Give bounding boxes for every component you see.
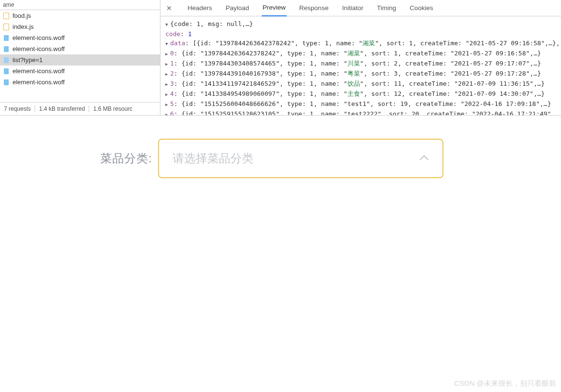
file-row[interactable]: element-icons.woff: [0, 43, 160, 54]
file-name: element-icons.woff: [13, 45, 65, 52]
status-resources: 1.6 MB resourc: [89, 105, 132, 112]
select-placeholder: 请选择菜品分类: [173, 151, 254, 166]
tab-preview[interactable]: Preview: [262, 0, 287, 16]
status-bar: 7 requests 1.4 kB transferred 1.6 MB res…: [0, 102, 160, 115]
file-name: element-icons.woff: [13, 67, 65, 75]
network-file-panel: ame food.jsindex.jselement-icons.woffele…: [0, 0, 160, 115]
file-row[interactable]: element-icons.woff: [0, 77, 160, 88]
status-transferred: 1.4 kB transferred: [35, 105, 85, 112]
file-list-header: ame: [0, 0, 160, 10]
status-requests: 7 requests: [4, 105, 31, 112]
expand-icon[interactable]: [165, 79, 170, 89]
expand-icon[interactable]: [165, 109, 170, 115]
file-name: index.js: [13, 23, 34, 30]
file-name: list?type=1: [13, 56, 43, 64]
file-name: food.js: [13, 12, 31, 19]
json-row[interactable]: 2: {id: "1397844391040167938", type: 1, …: [162, 69, 559, 79]
file-icon: [3, 68, 10, 75]
tab-initiator[interactable]: Initiator: [341, 0, 364, 16]
file-row[interactable]: element-icons.woff: [0, 65, 160, 77]
file-icon: [3, 35, 10, 41]
json-row[interactable]: 5: {id: "1515256004048666626", type: 1, …: [162, 99, 559, 109]
json-row[interactable]: 1: {id: "1397844303408574465", type: 1, …: [162, 59, 559, 69]
response-tabs: ✕ HeadersPayloadPreviewResponseInitiator…: [160, 0, 561, 16]
tab-headers[interactable]: Headers: [187, 0, 213, 16]
json-row[interactable]: 6: {id: "1515259155128623105", type: 1, …: [162, 109, 559, 115]
form-area: 菜品分类: 请选择菜品分类 湘菜川菜粤菜饮品主食test1: [0, 116, 561, 178]
expand-icon[interactable]: [165, 69, 170, 79]
file-icon: [3, 13, 10, 19]
json-row[interactable]: 3: {id: "1413341197421846529", type: 1, …: [162, 79, 559, 89]
tab-payload[interactable]: Payload: [225, 0, 250, 16]
file-row[interactable]: food.js: [0, 10, 160, 21]
response-panel: ✕ HeadersPayloadPreviewResponseInitiator…: [160, 0, 561, 115]
expand-icon[interactable]: [165, 59, 170, 69]
file-icon: [3, 24, 10, 30]
json-row[interactable]: 0: {id: "1397844263642378242", type: 1, …: [162, 49, 559, 59]
expand-icon[interactable]: [165, 89, 170, 99]
json-row[interactable]: 4: {id: "1413384954989060097", type: 1, …: [162, 89, 559, 99]
file-row[interactable]: element-icons.woff: [0, 32, 160, 43]
file-name: element-icons.woff: [13, 78, 65, 86]
json-preview[interactable]: {code: 1, msg: null,…} code: 1 data: [{i…: [160, 16, 561, 115]
expand-icon[interactable]: [165, 39, 170, 49]
chevron-up-icon: [419, 155, 429, 163]
file-icon: [3, 79, 10, 86]
category-label: 菜品分类:: [100, 151, 152, 166]
file-row[interactable]: index.js: [0, 21, 160, 32]
file-list: food.jsindex.jselement-icons.woffelement…: [0, 10, 160, 102]
category-field-row: 菜品分类: 请选择菜品分类: [0, 139, 561, 178]
expand-icon[interactable]: [165, 19, 170, 29]
tab-cookies[interactable]: Cookies: [409, 0, 434, 16]
expand-icon[interactable]: [165, 99, 170, 109]
file-icon: [3, 57, 10, 64]
file-row[interactable]: list?type=1: [0, 54, 160, 65]
close-icon[interactable]: ✕: [163, 2, 175, 14]
file-name: element-icons.woff: [13, 34, 65, 41]
devtools-panel: ame food.jsindex.jselement-icons.woffele…: [0, 0, 561, 116]
tab-timing[interactable]: Timing: [376, 0, 397, 16]
file-icon: [3, 46, 10, 52]
category-select[interactable]: 请选择菜品分类: [158, 139, 443, 178]
expand-icon[interactable]: [165, 49, 170, 59]
tab-response[interactable]: Response: [298, 0, 330, 16]
